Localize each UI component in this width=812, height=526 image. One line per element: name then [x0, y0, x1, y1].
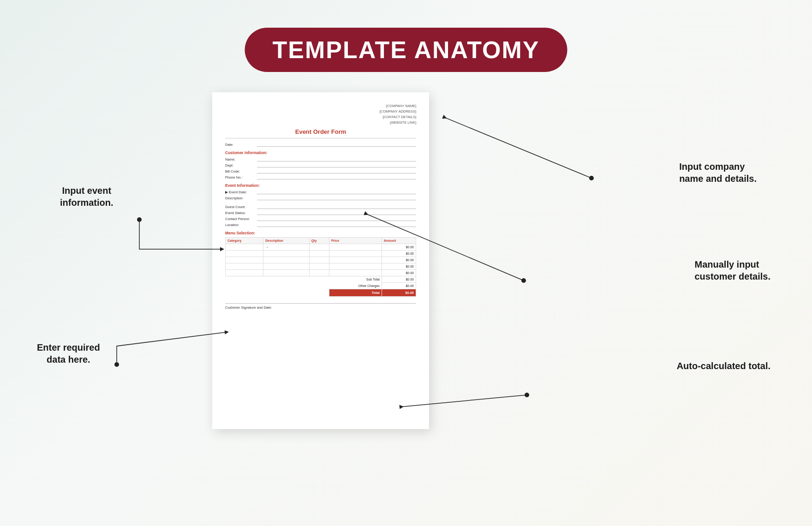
col-qty: Qty [309, 238, 329, 244]
company-name: [COMPANY NAME] [225, 103, 416, 109]
eventdate-line [257, 190, 416, 194]
menu-table: Category Description Qty Price Amount → … [225, 237, 416, 297]
contactperson-line [257, 216, 416, 221]
dept-line [257, 163, 416, 167]
dept-label: Dept: [225, 163, 255, 167]
price-cell [329, 270, 382, 276]
date-field-row: Date: [225, 142, 416, 147]
description-field-row: Description: [225, 196, 416, 200]
guestcount-label: Guest Count: [225, 205, 255, 209]
total-label: Total [329, 289, 382, 297]
total-row: Total $0.00 [226, 289, 416, 297]
annotation-manually-input: Manually inputcustomer details. [694, 258, 770, 282]
eventstatus-field-row: Event Status: [225, 210, 416, 215]
price-cell [329, 263, 382, 270]
cat-cell [226, 263, 263, 270]
other-charges-value: $0.00 [382, 283, 416, 289]
amount-cell: $0.00 [382, 270, 416, 276]
cat-cell [226, 251, 263, 257]
date-line [257, 142, 416, 147]
website-link: [WEBSITE LINK] [225, 120, 416, 126]
qty-cell [309, 263, 329, 270]
subtotal-label: Sub Total [329, 276, 382, 283]
table-row: $0.00 [226, 257, 416, 263]
name-label: Name: [225, 157, 255, 161]
contact-details: [CONTACT DETAILS] [225, 114, 416, 120]
desc-cell: → [263, 244, 309, 251]
contactperson-field-row: Contact Person: [225, 216, 416, 221]
date-label: Date: [225, 143, 255, 147]
desc-cell [263, 257, 309, 263]
subtotal-value: $0.00 [382, 276, 416, 283]
phone-line [257, 175, 416, 179]
col-amount: Amount [382, 238, 416, 244]
phone-label: Phone No.: [225, 175, 255, 179]
amount-cell: $0.00 [382, 257, 416, 263]
col-description: Description [263, 238, 309, 244]
amount-cell: $0.00 [382, 263, 416, 270]
location-label: Location: [225, 223, 255, 227]
total-value: $0.00 [382, 289, 416, 297]
menu-section-title: Menu Selection: [225, 231, 416, 235]
cat-cell [226, 257, 263, 263]
signature-line: Customer Signature and Date: [225, 303, 416, 310]
col-price: Price [329, 238, 382, 244]
eventdate-label: ▶ Event Date: [225, 190, 255, 194]
qty-cell [309, 244, 329, 251]
guestcount-field-row: Guest Count: [225, 204, 416, 209]
page-title: TEMPLATE ANATOMY [245, 28, 567, 72]
annotation-input-event: Input eventinformation. [60, 185, 113, 209]
amount-cell: $0.00 [382, 251, 416, 257]
event-section-title: Event Information: [225, 183, 416, 188]
form-title: Event Order Form [225, 128, 416, 135]
description-line [257, 196, 416, 200]
qty-cell [309, 270, 329, 276]
eventstatus-label: Event Status: [225, 211, 255, 215]
table-row: $0.00 [226, 270, 416, 276]
name-field-row: Name: [225, 157, 416, 161]
price-cell [329, 244, 382, 251]
billcode-field-row: Bill Code: [225, 169, 416, 173]
billcode-line [257, 169, 416, 173]
customer-section-title: Customer Information: [225, 150, 416, 155]
eventstatus-line [257, 210, 416, 215]
guestcount-line [257, 204, 416, 209]
phone-field-row: Phone No.: [225, 175, 416, 179]
location-line [257, 222, 416, 227]
table-row: $0.00 [226, 251, 416, 257]
subtotal-row: Sub Total $0.00 [226, 276, 416, 283]
svg-point-1 [521, 278, 526, 283]
annotation-auto-calculated: Auto-calculated total. [677, 360, 770, 372]
location-field-row: Location: [225, 222, 416, 227]
company-header: [COMPANY NAME] [COMPANY ADDRESS] [CONTAC… [225, 103, 416, 126]
dept-field-row: Dept: [225, 163, 416, 167]
svg-point-3 [137, 217, 142, 222]
svg-point-2 [525, 393, 529, 397]
billcode-label: Bill Code: [225, 169, 255, 173]
other-charges-row: Other Charges $0.00 [226, 283, 416, 289]
description-label: Description: [225, 196, 255, 200]
desc-cell [263, 263, 309, 270]
price-cell [329, 251, 382, 257]
table-row: $0.00 [226, 263, 416, 270]
desc-cell [263, 251, 309, 257]
amount-cell: $0.00 [382, 244, 416, 251]
contactperson-label: Contact Person: [225, 217, 255, 221]
eventdate-field-row: ▶ Event Date: [225, 190, 416, 194]
title-divider [225, 138, 416, 138]
cat-cell [226, 244, 263, 251]
col-category: Category [226, 238, 263, 244]
svg-point-0 [589, 176, 594, 180]
annotation-enter-required: Enter requireddata here. [37, 341, 100, 365]
other-charges-label: Other Charges [329, 283, 382, 289]
qty-cell [309, 257, 329, 263]
svg-point-4 [114, 362, 119, 367]
price-cell [329, 257, 382, 263]
company-address: [COMPANY ADDRESS] [225, 109, 416, 114]
name-line [257, 157, 416, 161]
table-row: → $0.00 [226, 244, 416, 251]
cat-cell [226, 270, 263, 276]
annotation-input-company: Input companyname and details. [679, 161, 757, 185]
qty-cell [309, 251, 329, 257]
form-card: [COMPANY NAME] [COMPANY ADDRESS] [CONTAC… [212, 92, 429, 429]
